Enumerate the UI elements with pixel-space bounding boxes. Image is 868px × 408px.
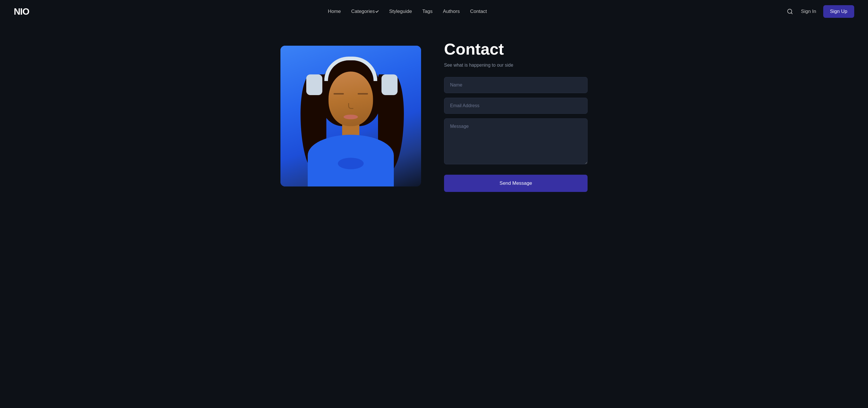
email-input[interactable] [444,98,588,114]
message-field-group [444,118,588,166]
nav-categories[interactable]: Categories [351,9,379,14]
name-field-group [444,77,588,93]
signin-button[interactable]: Sign In [801,9,816,14]
contact-subtitle: See what is happening to our side [444,63,588,68]
brand-logo[interactable]: NIO [14,6,29,17]
search-icon [787,8,793,14]
contact-title: Contact [444,40,588,58]
contact-form: Send Message [444,77,588,192]
signup-button[interactable]: Sign Up [823,5,854,18]
nav-home[interactable]: Home [328,9,341,14]
send-message-button[interactable]: Send Message [444,175,588,192]
nav-authors[interactable]: Authors [443,9,460,14]
email-field-group [444,98,588,114]
svg-line-1 [791,12,792,14]
chevron-down-icon [375,9,379,12]
search-button[interactable] [786,7,794,16]
main-content: Contact See what is happening to our sid… [233,23,635,209]
navbar: NIO Home Categories Styleguide Tags Auth… [0,0,868,23]
hero-image [280,46,421,186]
nav-contact[interactable]: Contact [470,9,487,14]
contact-section: Contact See what is happening to our sid… [444,40,588,192]
hero-image-placeholder [280,46,421,186]
nav-right: Sign In Sign Up [786,5,854,18]
name-input[interactable] [444,77,588,93]
message-textarea[interactable] [444,118,588,164]
nav-tags[interactable]: Tags [422,9,433,14]
nav-styleguide[interactable]: Styleguide [389,9,412,14]
nav-links: Home Categories Styleguide Tags Authors … [328,9,487,14]
